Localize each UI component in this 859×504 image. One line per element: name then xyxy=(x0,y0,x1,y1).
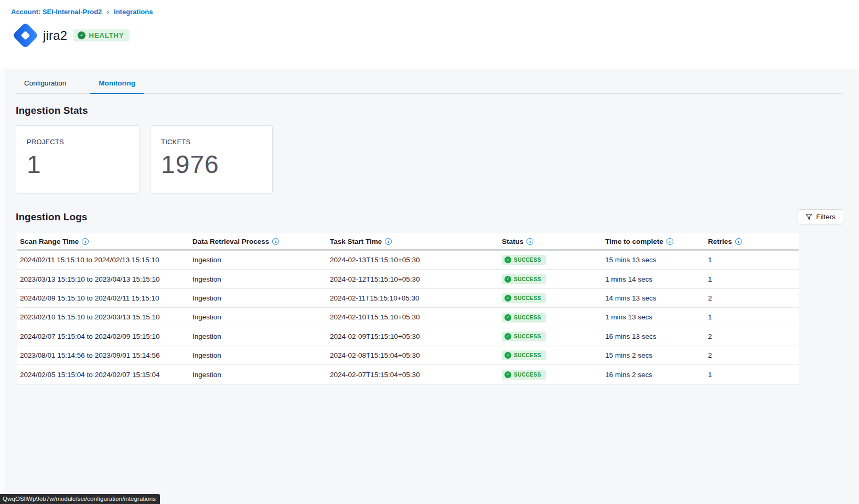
info-icon[interactable]: i xyxy=(272,238,279,245)
time-to-complete-cell: 15 mins 2 secs xyxy=(605,351,708,359)
process-cell: Ingestion xyxy=(192,294,330,302)
status-label: SUCCESS xyxy=(514,276,541,282)
scan-range-cell: 2024/02/05 15:15:04 to 2024/02/07 15:15:… xyxy=(17,371,192,379)
table-row[interactable]: 2024/02/07 15:15:04 to 2024/02/09 15:15:… xyxy=(17,327,799,346)
column-data-retrieval-process: Data Retrieval Process i xyxy=(192,238,330,245)
stat-label: PROJECTS xyxy=(27,138,128,146)
task-start-cell: 2024-02-10T15:15:10+05:30 xyxy=(330,313,502,321)
status-label: SUCCESS xyxy=(514,295,541,301)
table-row[interactable]: 2023/08/01 15:14:56 to 2023/09/01 15:14:… xyxy=(17,346,799,365)
column-status: Status i xyxy=(502,238,605,245)
logs-table-body: 2024/02/11 15:15:10 to 2024/02/13 15:15:… xyxy=(17,251,799,384)
scan-range-cell: 2024/02/09 15:15:10 to 2024/02/11 15:15:… xyxy=(17,294,192,302)
task-start-cell: 2024-02-11T15:15:10+05:30 xyxy=(330,294,502,302)
column-scan-range-time: Scan Range Time i xyxy=(17,238,192,245)
filters-button[interactable]: Filters xyxy=(798,209,843,224)
info-icon[interactable]: i xyxy=(735,238,742,245)
table-row[interactable]: 2023/03/13 15:15:10 to 2023/04/13 15:15:… xyxy=(17,270,799,288)
status-label: SUCCESS xyxy=(514,315,541,320)
check-circle-icon: ✓ xyxy=(504,352,511,359)
status-cell: ✓ SUCCESS xyxy=(502,331,605,342)
stat-label: TICKETS xyxy=(161,138,262,146)
filter-funnel-icon xyxy=(806,213,812,220)
ingestion-logs-heading: Ingestion Logs xyxy=(16,211,88,223)
status-cell: ✓ SUCCESS xyxy=(502,312,605,323)
task-start-cell: 2024-02-13T15:15:10+05:30 xyxy=(330,256,502,264)
stat-value: 1976 xyxy=(161,150,262,179)
time-to-complete-cell: 15 mins 13 secs xyxy=(605,256,708,264)
ingestion-stats-heading: Ingestion Stats xyxy=(16,105,843,116)
task-start-cell: 2024-02-09T15:15:10+05:30 xyxy=(330,333,502,340)
status-cell: ✓ SUCCESS xyxy=(502,350,605,361)
table-header-row: Scan Range Time i Data Retrieval Process… xyxy=(17,233,799,251)
breadcrumb-account-link[interactable]: Account: SEI-Internal-Prod2 xyxy=(11,8,102,16)
retries-cell: 2 xyxy=(708,294,799,302)
table-row[interactable]: 2024/02/11 15:15:10 to 2024/02/13 15:15:… xyxy=(17,251,799,270)
health-status-badge: ✓ HEALTHY xyxy=(73,29,130,41)
process-cell: Ingestion xyxy=(192,313,330,321)
page-title: jira2 xyxy=(43,28,67,43)
time-to-complete-cell: 1 mins 14 secs xyxy=(605,275,708,283)
check-circle-icon: ✓ xyxy=(504,256,511,263)
status-cell: ✓ SUCCESS xyxy=(502,369,605,380)
ingestion-logs-header: Ingestion Logs Filters xyxy=(16,209,843,224)
table-row[interactable]: 2024/02/09 15:15:10 to 2024/02/11 15:15:… xyxy=(17,289,799,308)
scan-range-cell: 2024/02/11 15:15:10 to 2024/02/13 15:15:… xyxy=(17,256,192,264)
check-circle-icon: ✓ xyxy=(504,295,511,302)
status-badge: ✓ SUCCESS xyxy=(502,255,546,265)
check-circle-icon: ✓ xyxy=(504,314,511,321)
status-label: SUCCESS xyxy=(514,334,541,339)
time-to-complete-cell: 16 mins 2 secs xyxy=(605,371,708,379)
time-to-complete-cell: 16 mins 13 secs xyxy=(605,333,708,340)
health-status-label: HEALTHY xyxy=(89,31,124,39)
retries-cell: 2 xyxy=(708,333,799,340)
breadcrumb-integrations-link[interactable]: Integrations xyxy=(114,8,153,16)
check-circle-icon: ✓ xyxy=(78,31,85,39)
table-row[interactable]: 2023/02/10 15:15:10 to 2023/03/13 15:15:… xyxy=(17,308,799,327)
tab-bar: Configuration Monitoring xyxy=(16,69,843,94)
tab-configuration[interactable]: Configuration xyxy=(16,73,74,94)
column-time-to-complete: Time to complete i xyxy=(605,238,708,245)
scan-range-cell: 2023/03/13 15:15:10 to 2023/04/13 15:15:… xyxy=(17,275,192,283)
ingestion-logs-table: Scan Range Time i Data Retrieval Process… xyxy=(17,233,799,384)
integration-title-row: jira2 ✓ HEALTHY xyxy=(10,20,859,50)
status-label: SUCCESS xyxy=(514,257,541,263)
task-start-cell: 2024-02-07T15:15:04+05:30 xyxy=(330,371,502,379)
filters-button-label: Filters xyxy=(816,213,835,221)
stat-value: 1 xyxy=(27,150,128,179)
retries-cell: 1 xyxy=(708,371,799,379)
table-row[interactable]: 2024/02/05 15:15:04 to 2024/02/07 15:15:… xyxy=(17,365,799,384)
link-url-statusbar: QwqOSllWp9ob7w/module/sei/configuration/… xyxy=(0,494,160,504)
status-label: SUCCESS xyxy=(514,352,541,358)
stat-card-projects: PROJECTS 1 xyxy=(16,125,139,194)
info-icon[interactable]: i xyxy=(385,238,392,245)
chevron-right-icon: › xyxy=(106,7,109,16)
status-badge: ✓ SUCCESS xyxy=(502,293,546,303)
check-circle-icon: ✓ xyxy=(504,276,511,283)
breadcrumb: Account: SEI-Internal-Prod2 › Integratio… xyxy=(11,7,859,16)
process-cell: Ingestion xyxy=(192,351,330,359)
info-icon[interactable]: i xyxy=(82,238,89,245)
page-header: Account: SEI-Internal-Prod2 › Integratio… xyxy=(0,0,859,69)
column-retries: Retries i xyxy=(708,238,799,245)
info-icon[interactable]: i xyxy=(527,238,533,245)
retries-cell: 2 xyxy=(708,351,799,359)
process-cell: Ingestion xyxy=(192,256,330,264)
check-circle-icon: ✓ xyxy=(504,333,511,340)
stat-cards: PROJECTS 1 TICKETS 1976 xyxy=(16,125,843,194)
process-cell: Ingestion xyxy=(192,371,330,379)
status-badge: ✓ SUCCESS xyxy=(502,331,546,341)
retries-cell: 1 xyxy=(708,275,799,283)
status-badge: ✓ SUCCESS xyxy=(502,350,546,360)
time-to-complete-cell: 14 mins 13 secs xyxy=(605,294,708,302)
status-badge: ✓ SUCCESS xyxy=(502,370,546,380)
time-to-complete-cell: 1 mins 13 secs xyxy=(605,313,708,321)
task-start-cell: 2024-02-08T15:15:04+05:30 xyxy=(330,351,502,359)
status-label: SUCCESS xyxy=(514,372,541,378)
column-task-start-time: Task Start Time i xyxy=(330,238,502,245)
scan-range-cell: 2023/08/01 15:14:56 to 2023/09/01 15:14:… xyxy=(17,351,192,359)
retries-cell: 1 xyxy=(708,256,799,264)
tab-monitoring[interactable]: Monitoring xyxy=(90,73,144,94)
jira-logo-icon xyxy=(10,20,40,50)
info-icon[interactable]: i xyxy=(667,238,673,245)
